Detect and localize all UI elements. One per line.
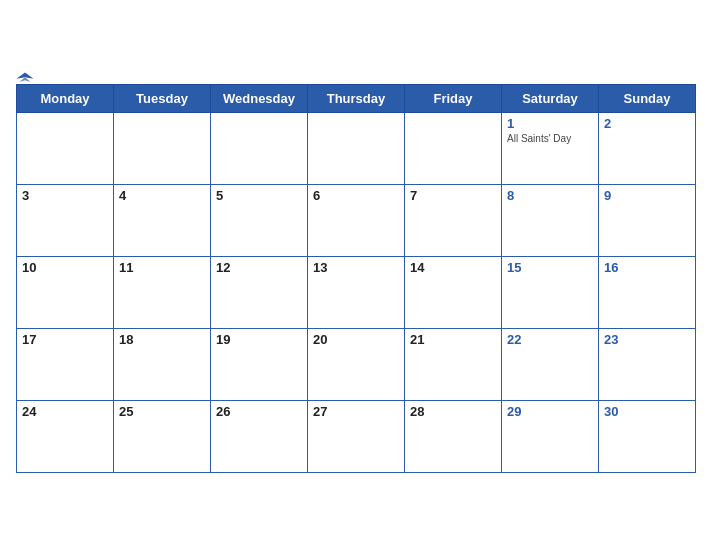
calendar-day-cell xyxy=(17,112,114,184)
day-number: 22 xyxy=(507,332,593,347)
day-number: 6 xyxy=(313,188,399,203)
brand-logo xyxy=(16,72,36,86)
day-number: 19 xyxy=(216,332,302,347)
calendar-header xyxy=(16,72,696,80)
day-number: 9 xyxy=(604,188,690,203)
calendar-day-cell: 3 xyxy=(17,184,114,256)
calendar-day-cell: 16 xyxy=(599,256,696,328)
day-number: 11 xyxy=(119,260,205,275)
header-tuesday: Tuesday xyxy=(114,84,211,112)
day-number: 24 xyxy=(22,404,108,419)
calendar-day-cell xyxy=(211,112,308,184)
calendar-day-cell: 17 xyxy=(17,328,114,400)
calendar-day-cell: 4 xyxy=(114,184,211,256)
day-number: 30 xyxy=(604,404,690,419)
calendar-day-cell: 1All Saints' Day xyxy=(502,112,599,184)
weekday-header-row: Monday Tuesday Wednesday Thursday Friday… xyxy=(17,84,696,112)
day-number: 29 xyxy=(507,404,593,419)
svg-marker-1 xyxy=(20,77,31,82)
header-saturday: Saturday xyxy=(502,84,599,112)
calendar-day-cell: 11 xyxy=(114,256,211,328)
day-number: 25 xyxy=(119,404,205,419)
calendar-week-row: 10111213141516 xyxy=(17,256,696,328)
calendar-day-cell: 25 xyxy=(114,400,211,472)
calendar-week-row: 24252627282930 xyxy=(17,400,696,472)
calendar-week-row: 1All Saints' Day2 xyxy=(17,112,696,184)
day-number: 16 xyxy=(604,260,690,275)
calendar-day-cell xyxy=(114,112,211,184)
day-number: 13 xyxy=(313,260,399,275)
calendar-day-cell: 22 xyxy=(502,328,599,400)
header-sunday: Sunday xyxy=(599,84,696,112)
calendar-day-cell: 24 xyxy=(17,400,114,472)
calendar-day-cell: 5 xyxy=(211,184,308,256)
calendar-day-cell: 14 xyxy=(405,256,502,328)
header-wednesday: Wednesday xyxy=(211,84,308,112)
brand-bird-icon xyxy=(16,71,34,85)
calendar-day-cell: 10 xyxy=(17,256,114,328)
calendar-day-cell xyxy=(308,112,405,184)
day-number: 1 xyxy=(507,116,593,131)
calendar-container: Monday Tuesday Wednesday Thursday Friday… xyxy=(0,62,712,489)
calendar-day-cell: 27 xyxy=(308,400,405,472)
calendar-day-cell: 26 xyxy=(211,400,308,472)
day-number: 7 xyxy=(410,188,496,203)
calendar-table: Monday Tuesday Wednesday Thursday Friday… xyxy=(16,84,696,473)
day-number: 2 xyxy=(604,116,690,131)
day-number: 5 xyxy=(216,188,302,203)
header-thursday: Thursday xyxy=(308,84,405,112)
day-number: 28 xyxy=(410,404,496,419)
day-number: 3 xyxy=(22,188,108,203)
calendar-day-cell: 13 xyxy=(308,256,405,328)
calendar-day-cell: 20 xyxy=(308,328,405,400)
day-number: 14 xyxy=(410,260,496,275)
calendar-day-cell: 29 xyxy=(502,400,599,472)
calendar-day-cell: 21 xyxy=(405,328,502,400)
day-number: 21 xyxy=(410,332,496,347)
calendar-day-cell: 2 xyxy=(599,112,696,184)
day-number: 26 xyxy=(216,404,302,419)
day-number: 20 xyxy=(313,332,399,347)
calendar-day-cell: 12 xyxy=(211,256,308,328)
calendar-day-cell xyxy=(405,112,502,184)
day-number: 17 xyxy=(22,332,108,347)
day-number: 10 xyxy=(22,260,108,275)
calendar-day-cell: 7 xyxy=(405,184,502,256)
day-number: 4 xyxy=(119,188,205,203)
calendar-day-cell: 8 xyxy=(502,184,599,256)
day-number: 18 xyxy=(119,332,205,347)
header-monday: Monday xyxy=(17,84,114,112)
calendar-day-cell: 19 xyxy=(211,328,308,400)
day-number: 27 xyxy=(313,404,399,419)
calendar-day-cell: 6 xyxy=(308,184,405,256)
day-number: 23 xyxy=(604,332,690,347)
calendar-day-cell: 15 xyxy=(502,256,599,328)
calendar-day-cell: 23 xyxy=(599,328,696,400)
header-friday: Friday xyxy=(405,84,502,112)
calendar-day-cell: 28 xyxy=(405,400,502,472)
day-number: 8 xyxy=(507,188,593,203)
calendar-week-row: 3456789 xyxy=(17,184,696,256)
holiday-name: All Saints' Day xyxy=(507,133,593,145)
calendar-day-cell: 30 xyxy=(599,400,696,472)
day-number: 15 xyxy=(507,260,593,275)
calendar-week-row: 17181920212223 xyxy=(17,328,696,400)
calendar-day-cell: 18 xyxy=(114,328,211,400)
calendar-day-cell: 9 xyxy=(599,184,696,256)
day-number: 12 xyxy=(216,260,302,275)
